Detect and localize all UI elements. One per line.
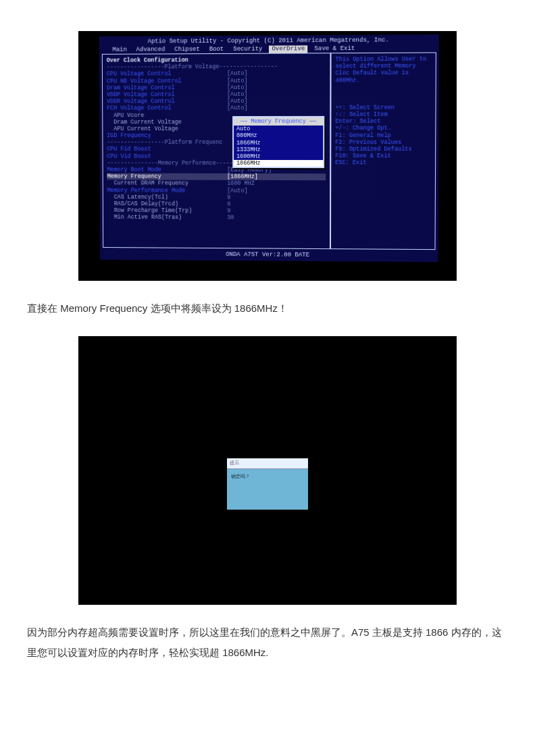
- config-value: 30: [227, 215, 234, 221]
- config-label: Dram Voltage Control: [107, 84, 227, 92]
- config-value: [Auto]: [227, 77, 248, 84]
- help-key-line: ++: Select Screen: [335, 104, 431, 111]
- popup-option[interactable]: Auto: [234, 126, 323, 132]
- tab-main[interactable]: Main: [110, 46, 130, 53]
- help-key-line: +/-: Change Opt.: [335, 125, 431, 132]
- config-label: IGD Frequency: [107, 132, 227, 139]
- popup-option[interactable]: 1866MHz: [234, 160, 323, 167]
- config-label: RAS/CAS Delay(Trcd): [107, 200, 228, 208]
- config-value: [Auto]: [227, 98, 248, 105]
- config-label: Dram Current Voltage: [107, 119, 227, 126]
- bios-monitor-frame: Aptio Setup Utility - Copyright (C) 2011…: [78, 31, 457, 281]
- memory-frequency-popup[interactable]: ── Memory Frequency ── Auto800MHz1066MHz…: [232, 116, 324, 169]
- bios-footer: ONDA A75T Ver:2.00 BATE: [100, 250, 438, 260]
- config-label: Current DRAM Frequency: [107, 180, 228, 188]
- config-label: Memory Performance Mode: [107, 187, 228, 194]
- black-screen-photo: 提示 确定吗？: [27, 336, 508, 605]
- config-value: [Auto]: [227, 70, 248, 77]
- config-value: [Auto]: [227, 105, 248, 111]
- config-label: CPU NB Voltage Control: [107, 78, 227, 85]
- popup-option[interactable]: 1600MHz: [234, 153, 323, 160]
- help-key-line: ↑↓: Select Item: [335, 111, 431, 118]
- tab-security[interactable]: Security: [230, 45, 265, 53]
- popup-option[interactable]: 800MHz: [234, 132, 323, 139]
- popup-title: ── Memory Frequency ──: [234, 117, 323, 126]
- tab-advanced[interactable]: Advanced: [134, 46, 168, 53]
- config-row[interactable]: FCH Voltage Control[Auto]: [107, 105, 326, 112]
- help-description: This Option Allows User to select differ…: [336, 56, 432, 84]
- config-value: 9: [227, 194, 230, 200]
- config-label: APU Current Voltage: [107, 126, 227, 132]
- popup-option[interactable]: 1066MHz: [234, 140, 323, 146]
- dialog-body: 确定吗？: [227, 469, 308, 510]
- config-label: Memory Frequency: [107, 173, 228, 181]
- tab-overdrive[interactable]: OverDrive: [269, 45, 307, 53]
- config-label: CAS Latency(Tcl): [107, 194, 228, 201]
- help-key-line: F1: General Help: [335, 132, 431, 138]
- config-value: 9: [227, 208, 230, 215]
- caption-1: 直接在 Memory Frequency 选项中将频率设为 1866MHz！: [27, 298, 508, 319]
- tab-save-exit[interactable]: Save & Exit: [311, 45, 357, 53]
- caption-2: 因为部分内存超高频需要设置时序，所以这里在我们的意料之中黑屏了。A75 主板是支…: [27, 622, 508, 663]
- help-key-line: Enter: Select: [335, 118, 431, 125]
- config-label: FCH Voltage Control: [107, 105, 227, 111]
- config-label: Memory Boot Mode: [107, 167, 227, 173]
- bios-screenshot-photo: Aptio Setup Utility - Copyright (C) 2011…: [27, 31, 508, 281]
- black-monitor: 提示 确定吗？: [78, 336, 457, 605]
- config-row[interactable]: VDDR Voltage Control[Auto]: [107, 98, 326, 105]
- help-key-line: ESC: Exit: [335, 159, 431, 166]
- config-value: 9: [227, 201, 230, 208]
- config-value: [Auto]: [227, 91, 248, 98]
- config-value: [Auto]: [227, 187, 247, 194]
- config-label: Min Active RAS(Tras): [107, 214, 227, 221]
- config-label: APU Vcore: [107, 112, 227, 119]
- tab-chipset[interactable]: Chipset: [172, 46, 203, 53]
- config-row[interactable]: VDDP Voltage Control[Auto]: [107, 91, 326, 99]
- config-value: [Auto]: [227, 84, 248, 91]
- popup-option[interactable]: 1333MHz: [234, 146, 323, 153]
- config-label: CPU Vid Boost: [107, 153, 227, 159]
- config-label: CPU Fid Boost: [107, 146, 227, 153]
- config-label: VDDP Voltage Control: [107, 91, 227, 99]
- tab-boot[interactable]: Boot: [207, 46, 227, 53]
- help-key-line: F10: Save & Exit: [335, 153, 431, 159]
- config-value: 1600 MHZ: [227, 180, 255, 187]
- config-label: CPU Voltage Control: [107, 70, 227, 78]
- bios-screen: Aptio Setup Utility - Copyright (C) 2011…: [99, 34, 440, 263]
- config-row: Min Active RAS(Tras)30: [107, 214, 326, 222]
- bios-left-pane: Over Clock Configuration ---------------…: [103, 53, 332, 248]
- bios-help-pane: This Option Allows User to select differ…: [331, 53, 436, 249]
- help-key-line: F9: Optimized Defaults: [335, 146, 431, 153]
- config-value: [1866MHz]: [227, 173, 258, 180]
- config-label: VDDR Voltage Control: [107, 98, 227, 105]
- dialog-title: 提示: [227, 458, 308, 469]
- bios-body: Over Clock Configuration ---------------…: [102, 52, 436, 250]
- dialog-box: 提示 确定吗？: [227, 458, 308, 510]
- help-key-line: F2: Previous Values: [335, 139, 431, 146]
